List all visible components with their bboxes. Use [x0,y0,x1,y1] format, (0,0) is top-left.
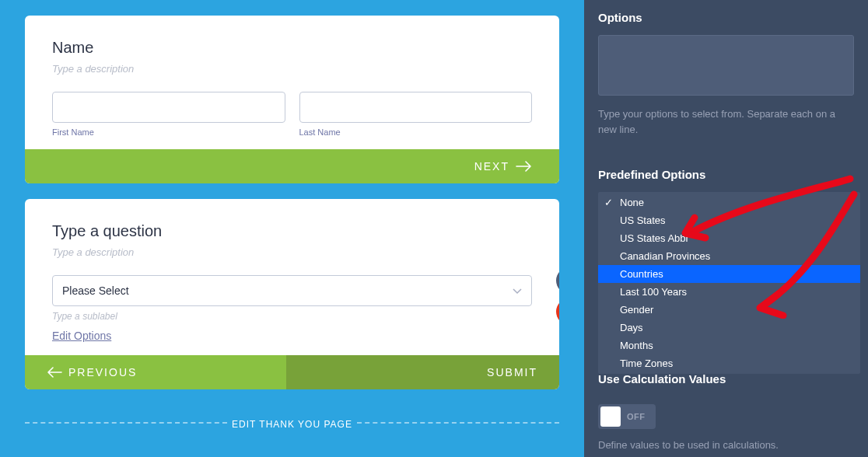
description-placeholder[interactable]: Type a description [52,63,532,75]
last-name-input[interactable] [299,92,533,123]
predefined-option-gender[interactable]: Gender [598,301,860,319]
name-card: Name Type a description First Name Last … [25,16,559,183]
predefined-option-months[interactable]: Months [598,337,860,354]
dropdown-select[interactable]: Please Select [52,275,532,306]
next-button[interactable]: NEXT [25,149,559,183]
question-title-placeholder[interactable]: Type a question [52,222,532,240]
predefined-option-time-zones[interactable]: Time Zones [598,354,860,372]
dropdown-selected-text: Please Select [62,284,129,297]
last-name-sublabel: Last Name [299,127,533,137]
dropdown-question-card[interactable]: Type a question Type a description Pleas… [25,199,559,389]
predefined-option-last-100-years[interactable]: Last 100 Years [598,283,860,301]
predefined-option-days[interactable]: Days [598,319,860,337]
first-name-input[interactable] [52,92,285,123]
predefined-option-none[interactable]: ✓None [598,194,860,211]
toggle-knob [600,406,621,427]
previous-button[interactable]: PREVIOUS [25,355,286,389]
next-label: NEXT [474,160,509,173]
first-name-sublabel: First Name [52,127,285,137]
form-canvas: Name Type a description First Name Last … [0,0,584,457]
calc-helper: Define values to be used in calculations… [598,438,854,453]
edit-options-link[interactable]: Edit Options [52,330,111,342]
predefined-option-countries[interactable]: Countries [598,265,860,283]
properties-sidebar: Options Type your options to select from… [584,0,868,457]
chevron-down-icon [513,284,522,297]
arrow-left-icon [47,367,62,378]
predefined-options-title: Predefined Options [598,157,854,192]
element-delete-button[interactable] [556,298,559,325]
arrow-right-icon [516,161,531,172]
sublabel-placeholder[interactable]: Type a sublabel [52,311,532,322]
options-textarea[interactable] [598,35,854,96]
predefined-option-canadian-provinces[interactable]: Canadian Provinces [598,247,860,265]
previous-label: PREVIOUS [68,366,137,379]
predefined-option-us-states[interactable]: US States [598,211,860,229]
options-helper: Type your options to select from. Separa… [598,106,854,137]
element-settings-button[interactable] [556,267,559,294]
question-title-name: Name [52,39,532,57]
options-section-title: Options [598,0,854,35]
predefined-option-us-states-abbr[interactable]: US States Abbr [598,229,860,247]
check-icon: ✓ [604,197,613,208]
toggle-label: OFF [621,412,653,421]
description-placeholder-2[interactable]: Type a description [52,246,532,258]
submit-button[interactable]: SUBMIT [286,355,560,389]
edit-thank-you-page[interactable]: EDIT THANK YOU PAGE [25,405,559,436]
predefined-options-dropdown[interactable]: ✓NoneUS StatesUS States AbbrCanadian Pro… [598,192,860,374]
submit-label: SUBMIT [487,366,537,379]
calc-values-toggle[interactable]: OFF [598,404,656,429]
